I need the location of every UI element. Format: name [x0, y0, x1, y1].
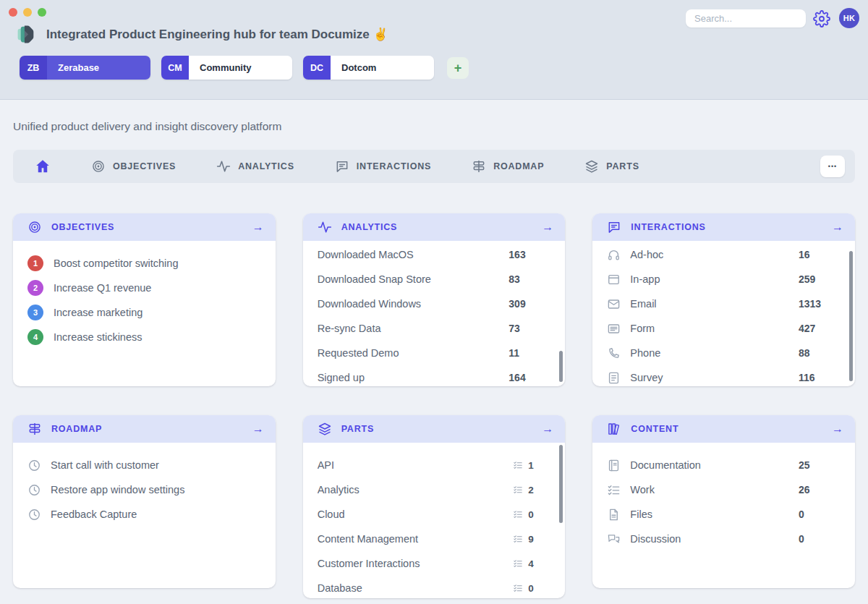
parts-card-header[interactable]: PARTS → — [303, 415, 566, 443]
nav-more-button[interactable]: ••• — [820, 156, 845, 177]
nav-label: PARTS — [606, 161, 639, 171]
objective-item[interactable]: 2 Increase Q1 revenue — [13, 276, 276, 300]
parts-row[interactable]: API 1 — [303, 453, 566, 477]
interaction-row[interactable]: Phone 88 — [592, 341, 855, 365]
workspace-subtitle: Unified product delivery and insight dis… — [13, 120, 855, 133]
part-label: Customer Interactions — [318, 558, 504, 569]
search-input[interactable] — [686, 9, 806, 27]
content-row[interactable]: Files 0 — [592, 502, 855, 527]
parts-row[interactable]: Content Management 9 — [303, 527, 566, 551]
checklist-icon — [513, 509, 523, 519]
content-row[interactable]: Discussion 0 — [592, 527, 855, 551]
file-icon — [607, 508, 621, 522]
analytics-row[interactable]: Requested Demo 11 — [303, 341, 566, 365]
analytics-row[interactable]: Downloaded Snap Store 83 — [303, 267, 566, 292]
pulse-icon — [216, 159, 231, 174]
avatar[interactable]: HK — [839, 8, 859, 28]
speech-bubble-icon — [607, 220, 621, 234]
nav-item-objectives[interactable]: OBJECTIVES — [91, 159, 176, 174]
parts-list: API 1 Analytics 2 Cloud 0 Content Manage… — [303, 443, 566, 598]
card-title: CONTENT — [631, 424, 822, 434]
workspace-name: Zerabase — [47, 56, 150, 80]
interaction-row[interactable]: In-app 259 — [592, 267, 855, 292]
analytics-row[interactable]: Downloaded MacOS 163 — [303, 242, 566, 267]
minimize-window-button[interactable] — [23, 8, 32, 17]
metric-label: Signed up — [318, 372, 500, 383]
scrollbar-thumb[interactable] — [849, 251, 853, 381]
content-row[interactable]: Work 26 — [592, 477, 855, 502]
nav-item-parts[interactable]: PARTS — [584, 159, 639, 174]
interaction-row[interactable]: Survey 116 — [592, 365, 855, 386]
part-label: Database — [318, 582, 504, 594]
form-icon — [607, 322, 621, 336]
interaction-value: 16 — [799, 249, 841, 260]
clock-icon — [27, 459, 41, 472]
nav-item-home[interactable] — [35, 158, 51, 174]
checklist-icon — [513, 485, 523, 495]
arrow-right-icon[interactable]: → — [832, 221, 843, 233]
parts-row[interactable]: Analytics 2 — [303, 477, 566, 502]
app-logo-icon — [16, 24, 37, 45]
interaction-label: In-app — [630, 273, 789, 285]
card-title: ROADMAP — [51, 424, 243, 434]
interactions-card-header[interactable]: INTERACTIONS → — [592, 213, 855, 241]
scrollbar-thumb[interactable] — [559, 445, 563, 523]
roadmap-label: Start call with customer — [51, 459, 261, 471]
window-icon — [607, 273, 621, 286]
objective-label: Increase marketing — [54, 307, 261, 318]
workspace-abbr-badge: ZB — [20, 56, 47, 80]
headphones-icon — [607, 248, 621, 262]
parts-row[interactable]: Customer Interactions 4 — [303, 551, 566, 576]
parts-row[interactable]: Cloud 0 — [303, 502, 566, 527]
metric-value: 309 — [509, 298, 550, 310]
objectives-card-header[interactable]: OBJECTIVES → — [13, 213, 276, 241]
part-count: 1 — [528, 460, 534, 471]
interaction-row[interactable]: Ad-hoc 16 — [592, 242, 855, 267]
nav-item-roadmap[interactable]: ROADMAP — [472, 159, 544, 174]
part-label: Analytics — [318, 484, 504, 495]
content-row[interactable]: Documentation 25 — [592, 453, 855, 477]
arrow-right-icon[interactable]: → — [542, 221, 553, 233]
checklist-icon — [513, 460, 523, 470]
add-workspace-button[interactable]: + — [447, 57, 469, 79]
nav-item-interactions[interactable]: INTERACTIONS — [335, 159, 431, 174]
roadmap-row[interactable]: Start call with customer — [13, 453, 276, 477]
close-window-button[interactable] — [9, 8, 17, 17]
checklist-icon — [513, 534, 523, 544]
window-controls — [9, 8, 46, 17]
content-card-header[interactable]: CONTENT → — [592, 415, 855, 443]
metric-value: 164 — [509, 372, 550, 383]
arrow-right-icon[interactable]: → — [542, 423, 553, 435]
objective-item[interactable]: 4 Increase stickiness — [13, 325, 276, 349]
zoom-window-button[interactable] — [38, 8, 46, 17]
arrow-right-icon[interactable]: → — [252, 423, 264, 435]
nav-item-analytics[interactable]: ANALYTICS — [216, 159, 294, 174]
pulse-icon — [318, 220, 332, 234]
page-title: Integrated Product Engineering hub for t… — [46, 27, 388, 42]
analytics-row[interactable]: Signed up 164 — [303, 365, 566, 386]
objective-item[interactable]: 3 Increase marketing — [13, 300, 276, 325]
clock-icon — [27, 483, 41, 497]
analytics-card: ANALYTICS → Downloaded MacOS 163 Downloa… — [303, 213, 566, 386]
settings-button[interactable] — [812, 9, 831, 28]
survey-icon — [607, 371, 621, 385]
roadmap-row[interactable]: Restore app window settings — [13, 477, 276, 502]
scrollbar-thumb[interactable] — [559, 351, 563, 382]
content-card: CONTENT → Documentation 25 Work 26 Files — [592, 415, 855, 588]
workspace-tab-community[interactable]: CM Community — [161, 56, 292, 80]
objectives-list: 1 Boost competitor switching 2 Increase … — [13, 241, 276, 349]
analytics-row[interactable]: Downloaded Windows 309 — [303, 292, 566, 316]
workspace-tab-zerabase[interactable]: ZB Zerabase — [20, 56, 150, 80]
roadmap-row[interactable]: Feedback Capture — [13, 502, 276, 527]
roadmap-card-header[interactable]: ROADMAP → — [13, 415, 276, 443]
arrow-right-icon[interactable]: → — [832, 423, 843, 435]
interaction-label: Phone — [630, 347, 789, 359]
workspace-tab-dotcom[interactable]: DC Dotcom — [303, 56, 434, 80]
analytics-card-header[interactable]: ANALYTICS → — [303, 213, 566, 241]
analytics-row[interactable]: Re-sync Data 73 — [303, 316, 566, 341]
arrow-right-icon[interactable]: → — [252, 221, 264, 233]
interaction-row[interactable]: Email 1313 — [592, 292, 855, 316]
parts-row[interactable]: Database 0 — [303, 576, 566, 598]
objective-item[interactable]: 1 Boost competitor switching — [13, 251, 276, 276]
interaction-row[interactable]: Form 427 — [592, 316, 855, 341]
